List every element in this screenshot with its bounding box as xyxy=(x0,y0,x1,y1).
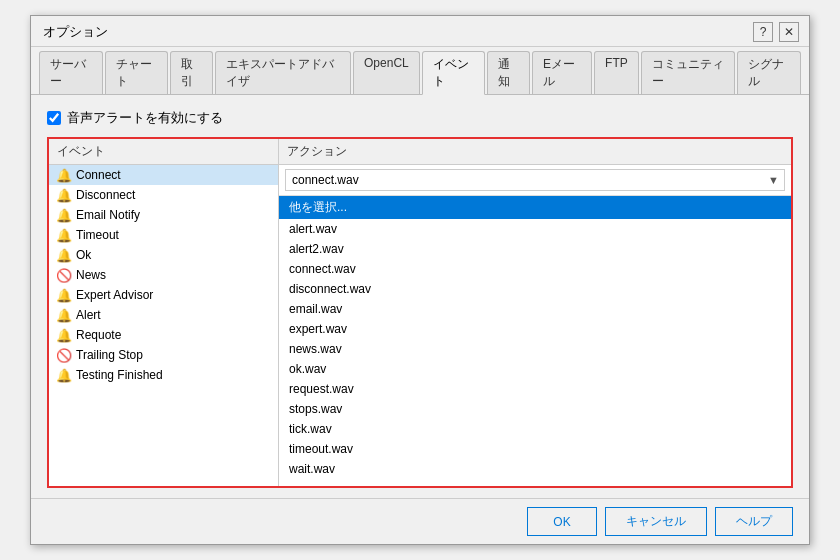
event-item[interactable]: 🔔Connect xyxy=(49,165,278,185)
options-dialog: オプション ? ✕ サーバーチャート取引エキスパートアドバイザOpenCLイベン… xyxy=(30,15,810,545)
tab-エキスパートアドバイザ[interactable]: エキスパートアドバイザ xyxy=(215,51,351,94)
select-wrapper: 他を選択...alert.wavalert2.wavconnect.wavdis… xyxy=(285,169,785,191)
event-panel-header: イベント xyxy=(49,139,278,165)
event-panel: イベント 🔔Connect🔔Disconnect🔔Email Notify🔔Ti… xyxy=(49,139,279,486)
dropdown-item[interactable]: alert2.wav xyxy=(279,239,791,259)
event-item-label: News xyxy=(76,268,106,282)
event-item-label: Alert xyxy=(76,308,101,322)
audio-alert-row: 音声アラートを有効にする xyxy=(47,109,793,127)
event-item[interactable]: 🔔Requote xyxy=(49,325,278,345)
dropdown-item[interactable]: disconnect.wav xyxy=(279,279,791,299)
bell-icon: 🔔 xyxy=(57,168,71,182)
event-item[interactable]: 🔔Ok xyxy=(49,245,278,265)
tab-OpenCL[interactable]: OpenCL xyxy=(353,51,420,94)
event-item-label: Expert Advisor xyxy=(76,288,153,302)
close-title-button[interactable]: ✕ xyxy=(779,22,799,42)
tab-FTP[interactable]: FTP xyxy=(594,51,639,94)
no-bell-icon: 🚫 xyxy=(57,268,71,282)
event-item[interactable]: 🔔Expert Advisor xyxy=(49,285,278,305)
event-item-label: Ok xyxy=(76,248,91,262)
dropdown-item[interactable]: tick.wav xyxy=(279,419,791,439)
audio-alert-checkbox[interactable] xyxy=(47,111,61,125)
event-item-label: Connect xyxy=(76,168,121,182)
event-item-label: Disconnect xyxy=(76,188,135,202)
ok-button[interactable]: OK xyxy=(527,507,597,536)
help-button[interactable]: ヘルプ xyxy=(715,507,793,536)
tab-チャート[interactable]: チャート xyxy=(105,51,169,94)
bell-icon: 🔔 xyxy=(57,248,71,262)
event-item-label: Timeout xyxy=(76,228,119,242)
action-select[interactable]: 他を選択...alert.wavalert2.wavconnect.wavdis… xyxy=(285,169,785,191)
event-item-label: Email Notify xyxy=(76,208,140,222)
no-bell-icon: 🚫 xyxy=(57,348,71,362)
tab-コミュニティー[interactable]: コミュニティー xyxy=(641,51,736,94)
dropdown-item[interactable]: wait.wav xyxy=(279,459,791,479)
action-select-row: 他を選択...alert.wavalert2.wavconnect.wavdis… xyxy=(279,165,791,196)
event-item[interactable]: 🚫News xyxy=(49,265,278,285)
tab-取引[interactable]: 取引 xyxy=(170,51,213,94)
event-item[interactable]: 🔔Disconnect xyxy=(49,185,278,205)
tab-通知[interactable]: 通知 xyxy=(487,51,530,94)
bell-icon: 🔔 xyxy=(57,308,71,322)
main-area: イベント 🔔Connect🔔Disconnect🔔Email Notify🔔Ti… xyxy=(47,137,793,488)
dropdown-item[interactable]: connect.wav xyxy=(279,259,791,279)
title-bar-buttons: ? ✕ xyxy=(753,22,799,42)
event-item[interactable]: 🔔Email Notify xyxy=(49,205,278,225)
bell-icon: 🔔 xyxy=(57,288,71,302)
bell-icon: 🔔 xyxy=(57,328,71,342)
bell-icon: 🔔 xyxy=(57,188,71,202)
event-item-label: Trailing Stop xyxy=(76,348,143,362)
bell-icon: 🔔 xyxy=(57,208,71,222)
dropdown-item[interactable]: expert.wav xyxy=(279,319,791,339)
dropdown-item[interactable]: stops.wav xyxy=(279,399,791,419)
dropdown-item[interactable]: alert.wav xyxy=(279,219,791,239)
action-panel-header: アクション xyxy=(279,139,791,165)
footer: OK キャンセル ヘルプ xyxy=(31,498,809,544)
tab-bar: サーバーチャート取引エキスパートアドバイザOpenCLイベント通知EメールFTP… xyxy=(31,47,809,95)
dropdown-list: 他を選択...alert.wavalert2.wavconnect.wavdis… xyxy=(279,196,791,486)
event-item-label: Testing Finished xyxy=(76,368,163,382)
dropdown-item[interactable]: timeout.wav xyxy=(279,439,791,459)
action-panel: アクション 他を選択...alert.wavalert2.wavconnect.… xyxy=(279,139,791,486)
bell-icon: 🔔 xyxy=(57,228,71,242)
audio-alert-label: 音声アラートを有効にする xyxy=(67,109,223,127)
event-item[interactable]: 🚫Trailing Stop xyxy=(49,345,278,365)
tab-シグナル[interactable]: シグナル xyxy=(737,51,801,94)
help-title-button[interactable]: ? xyxy=(753,22,773,42)
dropdown-item[interactable]: ok.wav xyxy=(279,359,791,379)
dropdown-item[interactable]: 他を選択... xyxy=(279,196,791,219)
dropdown-item[interactable]: news.wav xyxy=(279,339,791,359)
event-item[interactable]: 🔔Timeout xyxy=(49,225,278,245)
dropdown-item[interactable]: request.wav xyxy=(279,379,791,399)
event-list: 🔔Connect🔔Disconnect🔔Email Notify🔔Timeout… xyxy=(49,165,278,385)
tab-イベント[interactable]: イベント xyxy=(422,51,486,95)
tab-サーバー[interactable]: サーバー xyxy=(39,51,103,94)
event-item-label: Requote xyxy=(76,328,121,342)
bell-icon: 🔔 xyxy=(57,368,71,382)
cancel-button[interactable]: キャンセル xyxy=(605,507,707,536)
content-area: 音声アラートを有効にする イベント 🔔Connect🔔Disconnect🔔Em… xyxy=(31,95,809,498)
tab-Eメール[interactable]: Eメール xyxy=(532,51,592,94)
dropdown-item[interactable]: email.wav xyxy=(279,299,791,319)
title-bar: オプション ? ✕ xyxy=(31,16,809,47)
dialog-title: オプション xyxy=(43,23,108,41)
event-item[interactable]: 🔔Alert xyxy=(49,305,278,325)
event-item[interactable]: 🔔Testing Finished xyxy=(49,365,278,385)
